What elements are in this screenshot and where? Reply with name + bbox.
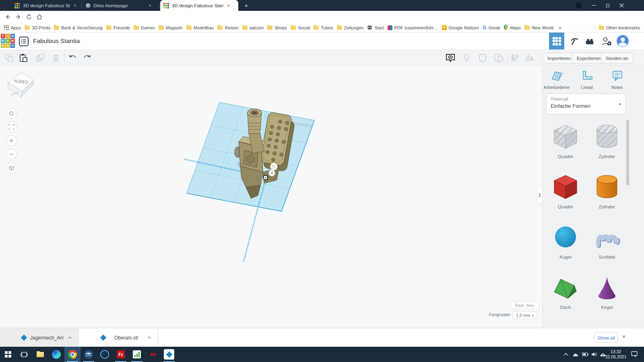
workplane-tool[interactable]: Arbeitsebene [543, 70, 571, 90]
chrome-button[interactable] [64, 347, 80, 362]
bookmark-item[interactable]: 3D-Prints [25, 25, 50, 30]
bookmark-item[interactable]: Modellbau [186, 25, 214, 30]
bookmark-item[interactable]: Social [291, 25, 310, 30]
design-properties-button[interactable] [19, 36, 29, 47]
view-home-button[interactable] [6, 108, 17, 119]
home-button[interactable] [35, 12, 44, 21]
start-button[interactable] [0, 347, 16, 362]
user-avatar[interactable] [616, 35, 629, 47]
app-64-button[interactable]: 64 [145, 347, 161, 362]
copy-icon[interactable] [4, 53, 14, 63]
send-to-button[interactable]: Senden an [601, 53, 633, 64]
shape-library-dropdown[interactable]: Tinkercad Einfache Formen ▾ [546, 94, 625, 114]
mail-button[interactable] [80, 347, 97, 362]
other-bookmarks[interactable]: Other bookmarks [599, 25, 640, 30]
back-button[interactable] [3, 12, 12, 21]
browser-circle-badge[interactable] [575, 2, 582, 9]
bookmark-item[interactable]: Bank & Versicherung [54, 25, 103, 30]
reload-button[interactable] [25, 12, 33, 21]
cortana-button[interactable] [97, 347, 113, 362]
dashboard-grid-button[interactable] [549, 33, 564, 49]
bookmark-item[interactable]: Shops [267, 25, 287, 30]
tinkercad-logo[interactable]: TIN KER CAD [1, 34, 15, 48]
edge-button[interactable] [48, 347, 64, 362]
shape-zylinder-striped[interactable]: Zylinder [592, 123, 621, 159]
bookmark-item[interactable]: Tubes [314, 25, 333, 30]
browser-tab-2[interactable]: Dirks Homepage × [83, 0, 158, 11]
browser-tab-3-active[interactable]: 3D design Fabulous Stantia | Tink × [160, 0, 238, 11]
bookmark-notes[interactable]: Google Notizen [442, 25, 479, 30]
perspective-toggle-button[interactable] [6, 162, 17, 173]
zoom-in-button[interactable] [6, 135, 17, 146]
duplicate-icon[interactable] [35, 53, 45, 63]
onedrive-icon[interactable] [572, 351, 579, 358]
bookmark-start[interactable]: Start [367, 25, 384, 30]
grid-settings-button[interactable] [270, 163, 278, 170]
window-close-button[interactable] [615, 0, 629, 11]
action-center-icon[interactable] [631, 351, 638, 357]
bookmark-item[interactable]: Freunde [106, 25, 130, 30]
panel-collapse-handle[interactable]: ❯ [537, 186, 542, 204]
fit-view-button[interactable] [6, 121, 17, 132]
bookmark-maps[interactable]: Maps [504, 25, 521, 31]
filezilla-button[interactable]: Fz [113, 347, 129, 362]
task-view-button[interactable] [16, 347, 32, 362]
origin-marker[interactable] [263, 175, 268, 180]
shape-quader-striped[interactable]: Quader [551, 123, 580, 159]
file-tab-jagermech[interactable]: Jagermech_Arm.stl [0, 328, 79, 347]
minecraft-pickaxe-icon[interactable] [568, 36, 580, 47]
add-person-icon[interactable] [601, 36, 613, 47]
sidebar-scrollbar[interactable] [626, 120, 629, 185]
bookmark-item[interactable]: satcom [242, 25, 264, 30]
window-restore-button[interactable] [601, 0, 615, 11]
view-cube[interactable]: OBEN HINTEN [4, 69, 37, 103]
bottom-bar-close-icon[interactable]: × [622, 333, 625, 340]
snap-grid-select[interactable]: 1,0 mm ▴ [513, 311, 537, 319]
shape-kugel[interactable]: Kugel [551, 223, 580, 259]
forward-button[interactable] [14, 12, 23, 21]
file-explorer-button[interactable] [32, 347, 48, 362]
scene-canvas[interactable]: Arbeitsebene [0, 66, 542, 328]
taskbar-clock[interactable]: 13:32 22.05.2021 [601, 349, 630, 360]
bookmark-apps[interactable]: Apps [4, 25, 21, 30]
chevron-up-icon[interactable] [68, 336, 72, 339]
import-button[interactable]: Importieren [543, 53, 576, 64]
bookmark-item[interactable]: Zeitungen [337, 25, 364, 30]
brick-icon[interactable] [584, 36, 596, 47]
chevron-up-icon[interactable] [147, 336, 151, 339]
shape-scribble[interactable]: Scribble [592, 223, 621, 259]
tray-expand-chevron[interactable] [563, 351, 569, 358]
edit-grid-button[interactable]: Rast. bea. [510, 301, 539, 309]
close-marker-button[interactable] [269, 170, 275, 176]
bookmark-item[interactable]: Reisen [217, 25, 238, 30]
bookmark-pdf[interactable]: PDF zusammenführ… [388, 25, 438, 30]
shape-kegel[interactable]: Kegel [592, 274, 621, 310]
show-all-button[interactable]: Show all [594, 333, 618, 343]
delete-icon[interactable] [51, 53, 61, 63]
paste-icon[interactable] [18, 53, 29, 63]
bookmarks-overflow-chevron[interactable]: » [557, 25, 563, 31]
shape-quader-red[interactable]: Quader [551, 173, 580, 209]
hole-shape-icon[interactable] [493, 53, 504, 63]
shape-zylinder-orange[interactable]: Zylinder [592, 173, 621, 209]
design-title[interactable]: Fabulous Stantia [33, 37, 80, 45]
mirror-tool-icon[interactable] [524, 53, 535, 63]
tab-close-icon[interactable]: × [73, 3, 77, 8]
tab-close-icon[interactable]: × [226, 3, 231, 8]
file-tab-oberam[interactable]: Oberam.stl [79, 328, 158, 347]
zoom-out-button[interactable] [6, 149, 17, 160]
show-all-annotations-icon[interactable] [445, 53, 456, 63]
volume-icon[interactable] [591, 351, 597, 358]
redo-icon[interactable] [82, 53, 93, 63]
tab-close-icon[interactable]: × [148, 3, 152, 8]
browser-tab-1[interactable]: 3D design Fabulous Stantia | Tink × [11, 0, 80, 11]
ruler-tool[interactable]: Lineal [573, 70, 601, 90]
bookmark-item[interactable]: Games [134, 25, 155, 30]
editor-button[interactable] [129, 347, 145, 362]
shape-dach[interactable]: Dach [551, 274, 580, 310]
lightbulb-tool-icon[interactable] [461, 53, 472, 63]
bookmark-item[interactable]: Magazin [159, 25, 183, 30]
new-tab-button[interactable]: + [242, 2, 251, 10]
tinkercad-app-button[interactable] [161, 347, 177, 362]
viewport-3d[interactable]: Arbeitsebene [0, 66, 542, 328]
